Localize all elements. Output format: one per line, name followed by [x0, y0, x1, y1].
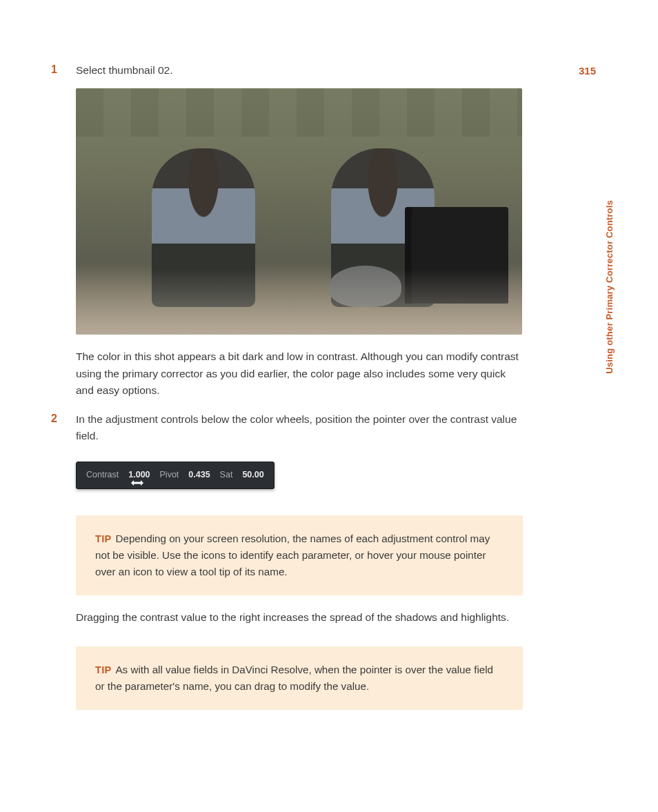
tip-2-text: As with all value fields in DaVinci Reso… — [95, 664, 493, 692]
contrast-label: Contrast — [86, 470, 119, 479]
step-2-number: 2 — [51, 411, 76, 444]
step-2: 2 In the adjustment controls below the c… — [76, 411, 523, 444]
contrast-value-text: 1.000 — [128, 470, 150, 479]
page-number: 315 — [579, 65, 596, 77]
paragraph-2: Dragging the contrast value to the right… — [76, 609, 523, 626]
figure-pot — [412, 207, 508, 304]
step-1: 1 Select thumbnail 02. — [76, 62, 523, 79]
sat-label: Sat — [220, 470, 233, 479]
step-1-number: 1 — [51, 62, 76, 79]
figure-person-left — [152, 148, 255, 307]
figure-pan — [329, 266, 401, 307]
step-1-text: Select thumbnail 02. — [76, 62, 523, 79]
step-2-text: In the adjustment controls below the col… — [76, 411, 523, 444]
adjustment-controls-screenshot: Contrast 1.000 Pivot 0.435 Sat 50.00 — [76, 462, 275, 489]
tip-box-2: TIPAs with all value fields in DaVinci R… — [76, 646, 523, 710]
tip-2-label: TIP — [95, 664, 111, 675]
section-side-label: Using other Primary Corrector Controls — [604, 200, 615, 374]
tip-1-label: TIP — [95, 533, 111, 544]
contrast-value: 1.000 — [128, 470, 150, 479]
screenshot-kitchen-scene — [76, 88, 522, 335]
horizontal-drag-cursor-icon — [131, 479, 143, 486]
sat-value: 50.00 — [242, 470, 263, 479]
paragraph-1: The color in this shot appears a bit dar… — [76, 348, 523, 399]
pivot-label: Pivot — [160, 470, 179, 479]
pivot-value: 0.435 — [188, 470, 210, 479]
tip-box-1: TIPDepending on your screen resolution, … — [76, 515, 523, 595]
tip-1-text: Depending on your screen resolution, the… — [95, 533, 490, 577]
